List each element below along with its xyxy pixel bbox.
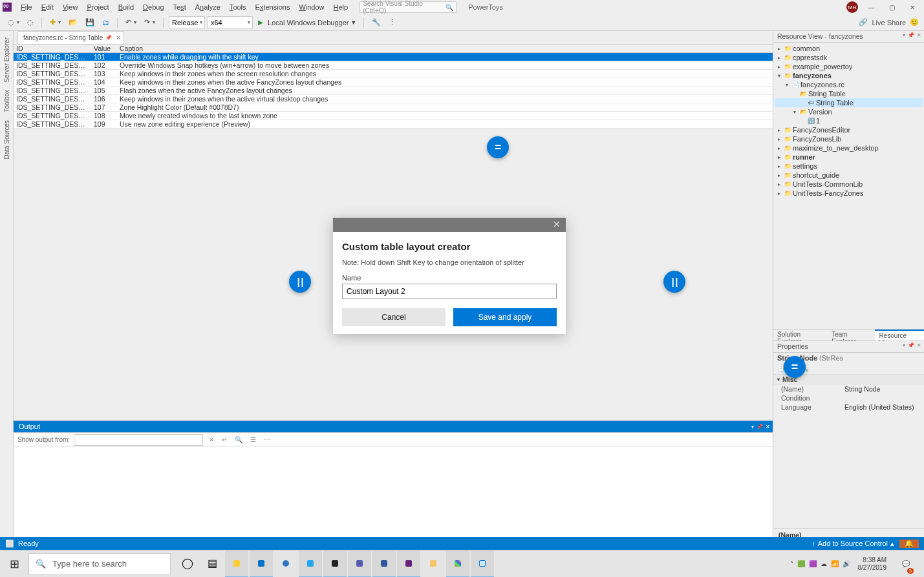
table-row[interactable]: IDS_SETTING_DESCRIPTION_...102Override W… xyxy=(14,61,773,70)
doc-tab-active[interactable]: fancyzones.rc - String Table 📌 ✕ xyxy=(17,31,124,44)
menu-window[interactable]: Window xyxy=(295,2,328,12)
cortana-icon[interactable]: ◯ xyxy=(176,551,199,578)
tree-item[interactable]: ▸📁UnitTests-FancyZones xyxy=(775,189,923,198)
output-wrap-icon[interactable]: ↵ xyxy=(220,436,229,443)
back-button[interactable]: ◌ xyxy=(5,17,22,28)
menu-tools[interactable]: Tools xyxy=(226,2,250,12)
live-share-button[interactable]: Live Share xyxy=(872,19,906,26)
layout-name-input[interactable] xyxy=(342,284,557,299)
maximize-button[interactable]: ▢ xyxy=(884,1,899,13)
output-pin-icon[interactable]: 📌 xyxy=(757,424,763,430)
powertoys-icon[interactable] xyxy=(446,551,469,578)
cancel-button[interactable]: Cancel xyxy=(342,308,446,326)
search-visual-studio[interactable]: Search Visual Studio (Ctrl+Q) 🔍 xyxy=(360,1,457,13)
vtab-data-sources[interactable]: Data Sources xyxy=(2,116,12,163)
extra-button[interactable]: ⋮ xyxy=(386,17,398,28)
menu-view[interactable]: View xyxy=(59,2,82,12)
menu-edit[interactable]: Edit xyxy=(38,2,58,12)
forward-button[interactable]: ◌ xyxy=(25,17,36,28)
redo-button[interactable]: ↷ xyxy=(142,17,158,28)
start-debug-button[interactable]: ▶ Local Windows Debugger ▾ xyxy=(255,17,358,28)
menu-debug[interactable]: Debug xyxy=(139,2,167,12)
table-row[interactable]: IDS_SETTING_DESCRIPTION_...101Enable zon… xyxy=(14,53,773,61)
tree-item[interactable]: ▸📁maximize_to_new_desktop xyxy=(775,143,923,152)
props-dropdown-icon[interactable]: ▾ xyxy=(903,342,905,348)
tray-app1-icon[interactable]: 🟩 xyxy=(797,560,805,567)
start-button[interactable]: ⊞ xyxy=(0,551,28,578)
output-title-bar[interactable]: Output ▾ 📌 ✕ xyxy=(14,421,773,432)
action-center-icon[interactable]: 💬3 xyxy=(894,551,918,578)
tree-item[interactable]: 🏷String Table xyxy=(775,98,923,107)
tab-team-explorer[interactable]: Team Explorer xyxy=(828,330,875,341)
menu-analyze[interactable]: Analyze xyxy=(191,2,224,12)
save-apply-button[interactable]: Save and apply xyxy=(453,308,557,326)
feedback-icon[interactable]: 🙂 xyxy=(910,18,919,26)
output-close-icon[interactable]: ✕ xyxy=(766,424,770,430)
task-view-icon[interactable]: ▤ xyxy=(200,551,224,578)
paint-icon[interactable] xyxy=(422,551,445,578)
tree-item[interactable]: ▸📁common xyxy=(775,44,923,53)
table-row[interactable]: IDS_SETTING_DESCRIPTION_...107Zone Highl… xyxy=(14,103,773,112)
tree-item[interactable]: ▸📁runner xyxy=(775,152,923,162)
tree-item[interactable]: ▸📁FancyZonesLib xyxy=(775,134,923,143)
props-row[interactable]: (Name)String Node xyxy=(773,384,924,393)
tree-item[interactable]: 📂String Table xyxy=(775,89,923,98)
menu-extensions[interactable]: Extensions xyxy=(252,2,294,12)
tree-item[interactable]: ▾📄fancyzones.rc xyxy=(775,80,923,89)
save-button[interactable]: 💾 xyxy=(83,17,97,28)
taskbar-clock[interactable]: 8:38 AM 8/27/2019 xyxy=(854,556,891,572)
rv-pin-icon[interactable]: 📌 xyxy=(908,32,914,38)
dialog-close-icon[interactable]: ✕ xyxy=(553,219,561,229)
new-item-button[interactable]: ✚ xyxy=(47,17,63,28)
word-icon[interactable] xyxy=(372,551,396,578)
col-value[interactable]: Value xyxy=(91,45,117,52)
tray-app2-icon[interactable]: 🟪 xyxy=(809,560,817,567)
tree-item[interactable]: ▸📁shortcut_guide xyxy=(775,171,923,180)
menu-project[interactable]: Project xyxy=(83,2,113,12)
col-caption[interactable]: Caption xyxy=(117,45,773,52)
props-close-icon[interactable]: ✕ xyxy=(917,342,921,348)
fz-handle-right[interactable] xyxy=(663,271,685,293)
props-pin-icon[interactable]: 📌 xyxy=(908,342,914,348)
tray-onedrive-icon[interactable]: ☁ xyxy=(821,560,827,567)
tree-item[interactable]: ▸📁UnitTests-CommonLib xyxy=(775,180,923,189)
vscode-icon[interactable] xyxy=(299,551,322,578)
fz-handle-left[interactable] xyxy=(289,271,311,293)
tray-expand-icon[interactable]: ˄ xyxy=(790,560,793,567)
output-find-icon[interactable]: 🔍 xyxy=(233,436,244,443)
rv-close-icon[interactable]: ✕ xyxy=(917,32,921,38)
menu-help[interactable]: Help xyxy=(330,2,352,12)
file-explorer-icon[interactable] xyxy=(225,551,248,578)
save-all-button[interactable]: 🗂 xyxy=(100,17,112,28)
output-clear-icon[interactable]: ✕ xyxy=(207,436,216,443)
config-select[interactable]: Release xyxy=(169,16,205,29)
platform-select[interactable]: x64 xyxy=(208,16,253,29)
fancyzones-icon[interactable] xyxy=(471,551,494,578)
table-row[interactable]: IDS_SETTING_DESCRIPTION_...108Move newly… xyxy=(14,112,773,120)
col-id[interactable]: ID xyxy=(14,45,91,52)
close-button[interactable]: ✕ xyxy=(905,1,920,13)
pin-icon[interactable]: 📌 xyxy=(105,35,112,41)
rv-dropdown-icon[interactable]: ▾ xyxy=(903,32,905,38)
dialog-titlebar[interactable]: ✕ xyxy=(333,218,566,232)
tree-item[interactable]: ▾📁fancyzones xyxy=(775,71,923,80)
open-button[interactable]: 📂 xyxy=(66,17,80,28)
table-row[interactable]: IDS_SETTING_DESCRIPTION_...105Flash zone… xyxy=(14,87,773,95)
tree-item[interactable]: ▸📁example_powertoy xyxy=(775,62,923,71)
table-row[interactable]: IDS_SETTING_DESCRIPTION_...106Keep windo… xyxy=(14,95,773,103)
tray-network-icon[interactable]: 📶 xyxy=(831,560,839,567)
notifications-button[interactable]: 🔔 xyxy=(899,540,919,548)
close-icon[interactable]: ✕ xyxy=(116,34,121,41)
fz-handle-top[interactable] xyxy=(487,136,509,158)
live-share-icon[interactable]: 🔗 xyxy=(859,18,868,26)
tab-resource-view[interactable]: Resource View xyxy=(875,330,924,341)
props-row[interactable]: LanguageEnglish (United States) xyxy=(773,403,924,412)
tree-item[interactable]: ▸📁FancyZonesEditor xyxy=(775,125,923,134)
tree-item[interactable]: ▸📁settings xyxy=(775,162,923,171)
user-avatar[interactable]: MH xyxy=(846,1,858,13)
tree-item[interactable]: 🔢1 xyxy=(775,116,923,125)
output-dropdown-icon[interactable]: ▾ xyxy=(751,424,754,430)
menu-build[interactable]: Build xyxy=(114,2,138,12)
menu-test[interactable]: Test xyxy=(169,2,190,12)
undo-button[interactable]: ↶ xyxy=(123,17,139,28)
